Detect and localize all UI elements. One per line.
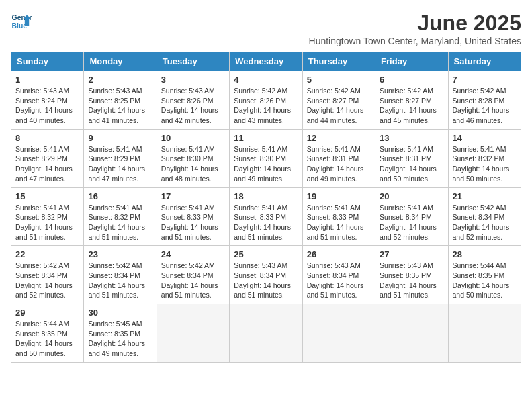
day-number: 11 (234, 133, 298, 143)
calendar-cell: 7Sunrise: 5:42 AMSunset: 8:28 PMDaylight… (448, 71, 521, 130)
calendar-cell: 15Sunrise: 5:41 AMSunset: 8:32 PMDayligh… (11, 187, 84, 246)
day-number: 8 (15, 133, 79, 143)
day-info: Sunrise: 5:41 AMSunset: 8:32 PMDaylight:… (453, 144, 517, 184)
weekday-header-tuesday: Tuesday (157, 52, 229, 71)
day-info: Sunrise: 5:42 AMSunset: 8:34 PMDaylight:… (161, 261, 225, 300)
day-info: Sunrise: 5:42 AMSunset: 8:34 PMDaylight:… (453, 203, 517, 242)
day-info: Sunrise: 5:41 AMSunset: 8:33 PMDaylight:… (234, 203, 298, 242)
day-number: 12 (307, 133, 371, 143)
day-number: 5 (307, 75, 371, 85)
day-info: Sunrise: 5:41 AMSunset: 8:33 PMDaylight:… (307, 203, 371, 242)
day-number: 6 (380, 75, 443, 85)
calendar-cell: 2Sunrise: 5:43 AMSunset: 8:25 PMDaylight… (84, 71, 157, 130)
day-info: Sunrise: 5:42 AMSunset: 8:34 PMDaylight:… (88, 261, 152, 300)
day-info: Sunrise: 5:43 AMSunset: 8:24 PMDaylight:… (15, 86, 79, 126)
week-row-4: 22Sunrise: 5:42 AMSunset: 8:34 PMDayligh… (11, 246, 521, 304)
calendar-cell: 27Sunrise: 5:43 AMSunset: 8:35 PMDayligh… (375, 246, 448, 304)
day-info: Sunrise: 5:42 AMSunset: 8:34 PMDaylight:… (15, 261, 79, 300)
weekday-header-monday: Monday (84, 52, 157, 71)
calendar-cell: 3Sunrise: 5:43 AMSunset: 8:26 PMDaylight… (157, 71, 229, 130)
day-info: Sunrise: 5:43 AMSunset: 8:34 PMDaylight:… (307, 261, 371, 300)
day-number: 23 (88, 249, 152, 259)
day-info: Sunrise: 5:45 AMSunset: 8:35 PMDaylight:… (88, 319, 152, 359)
day-number: 18 (234, 191, 298, 201)
day-number: 14 (453, 133, 517, 143)
day-info: Sunrise: 5:43 AMSunset: 8:35 PMDaylight:… (380, 261, 443, 300)
calendar-cell (230, 304, 302, 363)
day-info: Sunrise: 5:41 AMSunset: 8:33 PMDaylight:… (161, 203, 225, 242)
calendar-table: SundayMondayTuesdayWednesdayThursdayFrid… (11, 52, 521, 363)
calendar-cell (375, 304, 448, 363)
day-number: 21 (453, 191, 517, 201)
weekday-header-saturday: Saturday (448, 52, 521, 71)
weekday-header-wednesday: Wednesday (230, 52, 302, 71)
calendar-cell: 20Sunrise: 5:41 AMSunset: 8:34 PMDayligh… (375, 187, 448, 246)
day-number: 28 (453, 249, 517, 259)
week-row-5: 29Sunrise: 5:44 AMSunset: 8:35 PMDayligh… (11, 304, 521, 363)
day-number: 7 (453, 75, 517, 85)
page-header: General Blue June 2025 Huntingtown Town … (11, 11, 521, 46)
day-info: Sunrise: 5:41 AMSunset: 8:32 PMDaylight:… (88, 203, 152, 242)
logo-icon: General Blue (11, 11, 32, 32)
day-number: 19 (307, 191, 371, 201)
day-info: Sunrise: 5:41 AMSunset: 8:29 PMDaylight:… (88, 144, 152, 184)
day-info: Sunrise: 5:42 AMSunset: 8:26 PMDaylight:… (234, 86, 298, 126)
calendar-cell: 28Sunrise: 5:44 AMSunset: 8:35 PMDayligh… (448, 246, 521, 304)
calendar-cell: 25Sunrise: 5:43 AMSunset: 8:34 PMDayligh… (230, 246, 302, 304)
day-number: 20 (380, 191, 443, 201)
calendar-cell: 21Sunrise: 5:42 AMSunset: 8:34 PMDayligh… (448, 187, 521, 246)
day-info: Sunrise: 5:41 AMSunset: 8:30 PMDaylight:… (161, 144, 225, 184)
day-number: 27 (380, 249, 443, 259)
calendar-cell: 29Sunrise: 5:44 AMSunset: 8:35 PMDayligh… (11, 304, 84, 363)
weekday-header-row: SundayMondayTuesdayWednesdayThursdayFrid… (11, 52, 521, 71)
calendar-cell: 8Sunrise: 5:41 AMSunset: 8:29 PMDaylight… (11, 129, 84, 187)
weekday-header-sunday: Sunday (11, 52, 84, 71)
calendar-cell: 14Sunrise: 5:41 AMSunset: 8:32 PMDayligh… (448, 129, 521, 187)
day-number: 2 (88, 75, 152, 85)
calendar-cell (157, 304, 229, 363)
day-info: Sunrise: 5:41 AMSunset: 8:34 PMDaylight:… (380, 203, 443, 242)
calendar-cell: 10Sunrise: 5:41 AMSunset: 8:30 PMDayligh… (157, 129, 229, 187)
weekday-header-friday: Friday (375, 52, 448, 71)
calendar-cell: 11Sunrise: 5:41 AMSunset: 8:30 PMDayligh… (230, 129, 302, 187)
calendar-cell: 1Sunrise: 5:43 AMSunset: 8:24 PMDaylight… (11, 71, 84, 130)
calendar-cell: 9Sunrise: 5:41 AMSunset: 8:29 PMDaylight… (84, 129, 157, 187)
day-number: 1 (15, 75, 79, 85)
day-info: Sunrise: 5:43 AMSunset: 8:34 PMDaylight:… (234, 261, 298, 300)
day-info: Sunrise: 5:41 AMSunset: 8:32 PMDaylight:… (15, 203, 79, 242)
day-number: 22 (15, 249, 79, 259)
calendar-cell (448, 304, 521, 363)
calendar-cell: 30Sunrise: 5:45 AMSunset: 8:35 PMDayligh… (84, 304, 157, 363)
calendar-cell (302, 304, 375, 363)
calendar-cell: 6Sunrise: 5:42 AMSunset: 8:27 PMDaylight… (375, 71, 448, 130)
day-number: 15 (15, 191, 79, 201)
calendar-subtitle: Huntingtown Town Center, Maryland, Unite… (309, 36, 521, 46)
calendar-cell: 22Sunrise: 5:42 AMSunset: 8:34 PMDayligh… (11, 246, 84, 304)
day-number: 3 (161, 75, 225, 85)
calendar-cell: 17Sunrise: 5:41 AMSunset: 8:33 PMDayligh… (157, 187, 229, 246)
calendar-cell: 18Sunrise: 5:41 AMSunset: 8:33 PMDayligh… (230, 187, 302, 246)
day-number: 10 (161, 133, 225, 143)
day-number: 29 (15, 308, 79, 318)
day-info: Sunrise: 5:43 AMSunset: 8:26 PMDaylight:… (161, 86, 225, 126)
day-info: Sunrise: 5:42 AMSunset: 8:27 PMDaylight:… (307, 86, 371, 126)
day-number: 13 (380, 133, 443, 143)
day-number: 24 (161, 249, 225, 259)
calendar-cell: 4Sunrise: 5:42 AMSunset: 8:26 PMDaylight… (230, 71, 302, 130)
week-row-1: 1Sunrise: 5:43 AMSunset: 8:24 PMDaylight… (11, 71, 521, 130)
calendar-cell: 13Sunrise: 5:41 AMSunset: 8:31 PMDayligh… (375, 129, 448, 187)
day-info: Sunrise: 5:41 AMSunset: 8:30 PMDaylight:… (234, 144, 298, 184)
calendar-cell: 12Sunrise: 5:41 AMSunset: 8:31 PMDayligh… (302, 129, 375, 187)
week-row-2: 8Sunrise: 5:41 AMSunset: 8:29 PMDaylight… (11, 129, 521, 187)
week-row-3: 15Sunrise: 5:41 AMSunset: 8:32 PMDayligh… (11, 187, 521, 246)
day-info: Sunrise: 5:44 AMSunset: 8:35 PMDaylight:… (15, 319, 79, 359)
day-info: Sunrise: 5:43 AMSunset: 8:25 PMDaylight:… (88, 86, 152, 126)
day-info: Sunrise: 5:42 AMSunset: 8:28 PMDaylight:… (453, 86, 517, 126)
weekday-header-thursday: Thursday (302, 52, 375, 71)
day-number: 4 (234, 75, 298, 85)
day-info: Sunrise: 5:44 AMSunset: 8:35 PMDaylight:… (453, 261, 517, 300)
calendar-cell: 19Sunrise: 5:41 AMSunset: 8:33 PMDayligh… (302, 187, 375, 246)
day-number: 9 (88, 133, 152, 143)
day-number: 26 (307, 249, 371, 259)
calendar-cell: 26Sunrise: 5:43 AMSunset: 8:34 PMDayligh… (302, 246, 375, 304)
